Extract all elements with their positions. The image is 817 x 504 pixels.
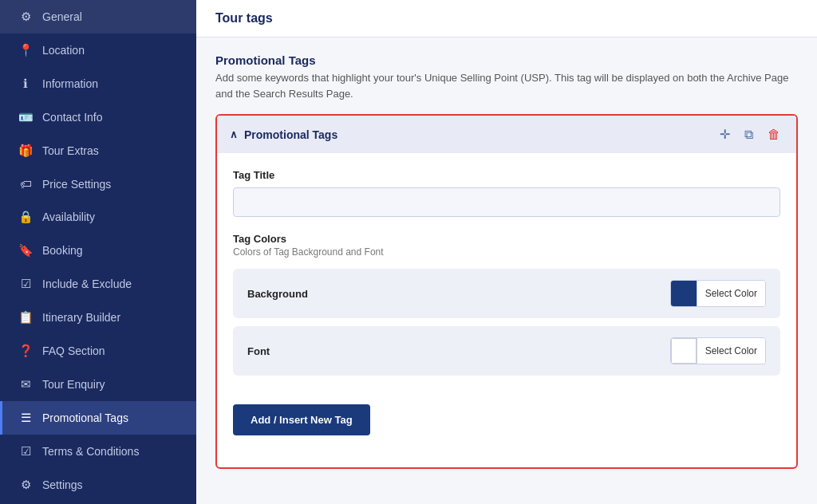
main-area: Tour tags Promotional Tags Add some keyw… xyxy=(196,0,817,504)
sidebar-label-settings: Settings xyxy=(42,478,83,491)
accordion-header: ∧ Promotional Tags ✛ ⧉ 🗑 xyxy=(217,116,796,153)
sidebar-label-availability: Availability xyxy=(42,211,95,223)
sidebar-label-booking: Booking xyxy=(42,244,83,257)
sidebar-label-faq-section: FAQ Section xyxy=(42,345,105,357)
sidebar-item-promotional-tags[interactable]: ☰ Promotional Tags xyxy=(0,401,196,435)
tour-extras-icon: 🎁 xyxy=(18,144,33,158)
background-label: Background xyxy=(247,288,308,300)
sidebar-item-booking[interactable]: 🔖 Booking xyxy=(0,234,196,267)
chevron-up-icon: ∧ xyxy=(230,128,238,140)
sidebar-item-terms-conditions[interactable]: ☑ Terms & Conditions xyxy=(0,435,196,468)
sidebar-item-settings[interactable]: ⚙ Settings xyxy=(0,468,196,502)
font-color-swatch xyxy=(671,338,697,364)
availability-icon: 🔒 xyxy=(18,210,33,224)
information-icon: ℹ xyxy=(18,77,33,91)
promotional-tags-icon: ☰ xyxy=(18,411,33,425)
font-select-label: Select Color xyxy=(697,338,765,364)
general-icon: ⚙ xyxy=(18,10,33,24)
contact-info-icon: 🪪 xyxy=(18,110,33,124)
background-select-label: Select Color xyxy=(697,281,765,306)
sidebar-label-promotional-tags: Promotional Tags xyxy=(42,411,128,424)
add-insert-new-tag-button[interactable]: Add / Insert New Tag xyxy=(233,404,370,435)
sidebar-label-general: General xyxy=(42,10,82,23)
sidebar-item-price-settings[interactable]: 🏷 Price Settings xyxy=(0,167,196,200)
sidebar-label-terms-conditions: Terms & Conditions xyxy=(42,445,139,458)
price-settings-icon: 🏷 xyxy=(18,177,33,191)
itinerary-builder-icon: 📋 xyxy=(18,310,33,325)
booking-icon: 🔖 xyxy=(18,243,33,258)
background-color-row: Background Select Color xyxy=(233,269,780,318)
sidebar-item-itinerary-builder[interactable]: 📋 Itinerary Builder xyxy=(0,301,196,334)
settings-icon: ⚙ xyxy=(18,478,33,492)
accordion-header-right: ✛ ⧉ 🗑 xyxy=(716,125,783,144)
include-exclude-icon: ☑ xyxy=(18,277,33,291)
tag-colors-sub: Colors of Tag Background and Font xyxy=(233,246,780,258)
sidebar-label-tour-extras: Tour Extras xyxy=(42,144,99,157)
copy-icon-button[interactable]: ⧉ xyxy=(741,126,756,144)
sidebar-item-contact-info[interactable]: 🪪 Contact Info xyxy=(0,100,196,134)
sidebar-label-include-exclude: Include & Exclude xyxy=(42,278,132,290)
background-color-button[interactable]: Select Color xyxy=(670,280,766,307)
tag-title-input[interactable] xyxy=(233,187,780,217)
move-icon-button[interactable]: ✛ xyxy=(716,125,733,144)
accordion-header-left: ∧ Promotional Tags xyxy=(230,128,337,141)
delete-icon-button[interactable]: 🗑 xyxy=(764,126,783,144)
faq-section-icon: ❓ xyxy=(18,344,33,358)
sidebar-item-information[interactable]: ℹ Information xyxy=(0,67,196,100)
sidebar-item-general[interactable]: ⚙ General xyxy=(0,0,196,33)
tour-enquiry-icon: ✉ xyxy=(18,377,33,392)
promotional-tags-title: Promotional Tags xyxy=(215,53,798,67)
sidebar-label-tour-enquiry: Tour Enquiry xyxy=(42,378,105,391)
sidebar-item-location[interactable]: 📍 Location xyxy=(0,33,196,67)
sidebar-item-faq-section[interactable]: ❓ FAQ Section xyxy=(0,334,196,368)
tag-colors-label: Tag Colors xyxy=(233,233,780,245)
page-title: Tour tags xyxy=(215,11,798,26)
sidebar-label-itinerary-builder: Itinerary Builder xyxy=(42,311,120,324)
font-color-row: Font Select Color xyxy=(233,326,780,376)
tags-container: ∧ Promotional Tags ✛ ⧉ 🗑 Tag Title Tag C… xyxy=(215,114,798,469)
location-icon: 📍 xyxy=(18,43,33,57)
sidebar: ⚙ General 📍 Location ℹ Information 🪪 Con… xyxy=(0,0,196,504)
sidebar-item-availability[interactable]: 🔒 Availability xyxy=(0,200,196,234)
main-content: Promotional Tags Add some keywords that … xyxy=(196,37,817,504)
promotional-tags-desc: Add some keywords that highlight your to… xyxy=(215,70,798,101)
sidebar-label-contact-info: Contact Info xyxy=(42,111,103,124)
accordion-title: Promotional Tags xyxy=(244,128,337,141)
tag-title-label: Tag Title xyxy=(233,169,780,181)
sidebar-label-information: Information xyxy=(42,77,98,90)
background-color-swatch xyxy=(671,281,697,306)
sidebar-item-include-exclude[interactable]: ☑ Include & Exclude xyxy=(0,267,196,301)
main-header: Tour tags xyxy=(196,0,817,37)
terms-conditions-icon: ☑ xyxy=(18,444,33,459)
sidebar-item-tour-enquiry[interactable]: ✉ Tour Enquiry xyxy=(0,368,196,401)
accordion-body: Tag Title Tag Colors Colors of Tag Backg… xyxy=(217,153,796,392)
sidebar-item-tour-extras[interactable]: 🎁 Tour Extras xyxy=(0,134,196,167)
sidebar-label-price-settings: Price Settings xyxy=(42,178,111,191)
font-label: Font xyxy=(247,345,270,357)
sidebar-label-location: Location xyxy=(42,44,85,57)
add-button-container: Add / Insert New Tag xyxy=(217,392,796,467)
font-color-button[interactable]: Select Color xyxy=(670,337,766,364)
